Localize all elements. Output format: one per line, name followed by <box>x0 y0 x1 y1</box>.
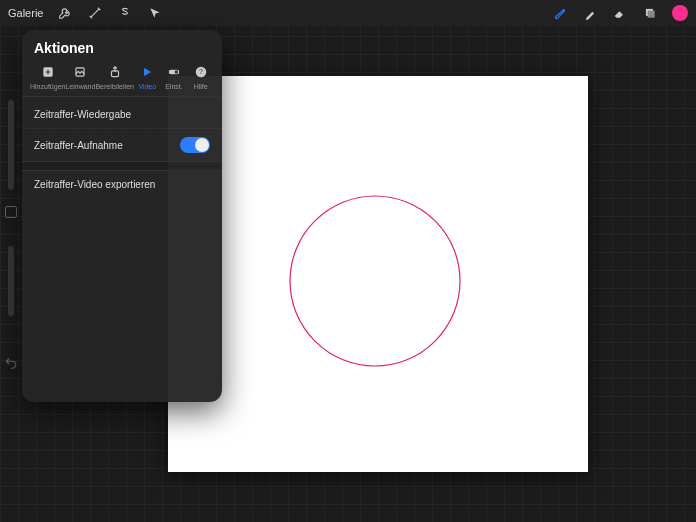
tab-video[interactable]: Video <box>134 64 161 90</box>
canvas[interactable] <box>168 76 588 472</box>
menu-item-label: Zeitraffer-Video exportieren <box>34 179 155 190</box>
wand-icon[interactable] <box>87 5 103 21</box>
s-tool-icon[interactable] <box>117 5 133 21</box>
tab-help[interactable]: ? Hilfe <box>187 64 214 90</box>
svg-rect-1 <box>648 11 655 18</box>
modifier-square[interactable] <box>5 206 17 218</box>
play-icon <box>139 64 155 80</box>
tab-share[interactable]: Bereitstellen <box>95 64 134 90</box>
tab-label: Hilfe <box>194 83 208 90</box>
tab-label: Video <box>138 83 156 90</box>
menu-timelapse-record[interactable]: Zeitraffer-Aufnahme <box>22 128 222 161</box>
top-toolbar: Galerie <box>0 0 696 26</box>
color-swatch[interactable] <box>672 5 688 21</box>
add-icon <box>40 64 56 80</box>
menu-export-video[interactable]: Zeitraffer-Video exportieren <box>22 171 222 198</box>
menu-item-label: Zeitraffer-Aufnahme <box>34 140 123 151</box>
gallery-link[interactable]: Galerie <box>8 7 43 19</box>
menu-divider <box>22 161 222 171</box>
menu-item-label: Zeitraffer-Wiedergabe <box>34 109 131 120</box>
layers-icon[interactable] <box>642 5 658 21</box>
settings-toggle-icon <box>166 64 182 80</box>
tab-add[interactable]: Hinzufügen <box>30 64 65 90</box>
smudge-icon[interactable] <box>582 5 598 21</box>
menu-timelapse-replay[interactable]: Zeitraffer-Wiedergabe <box>22 101 222 128</box>
record-toggle[interactable] <box>180 137 210 153</box>
eraser-icon[interactable] <box>612 5 628 21</box>
wrench-icon[interactable] <box>57 5 73 21</box>
tab-label: Hinzufügen <box>30 83 65 90</box>
video-menu: Zeitraffer-Wiedergabe Zeitraffer-Aufnahm… <box>22 97 222 202</box>
svg-point-7 <box>175 70 179 74</box>
svg-text:?: ? <box>199 68 203 75</box>
canvas-icon <box>72 64 88 80</box>
tab-label: Leinwand <box>65 83 95 90</box>
tab-settings[interactable]: Einst. <box>161 64 188 90</box>
actions-tab-row: Hinzufügen Leinwand Bereitstellen Video … <box>22 64 222 97</box>
share-icon <box>107 64 123 80</box>
tab-canvas[interactable]: Leinwand <box>65 64 95 90</box>
popover-title: Aktionen <box>22 30 222 64</box>
opacity-slider[interactable] <box>8 246 14 316</box>
help-icon: ? <box>193 64 209 80</box>
brush-icon[interactable] <box>552 5 568 21</box>
drawn-circle <box>286 192 464 370</box>
brush-size-slider[interactable] <box>8 100 14 190</box>
tab-label: Einst. <box>165 83 183 90</box>
actions-popover: Aktionen Hinzufügen Leinwand Bereitstell… <box>22 30 222 402</box>
cursor-icon[interactable] <box>147 5 163 21</box>
left-sidebar <box>0 90 22 316</box>
tab-label: Bereitstellen <box>95 83 134 90</box>
undo-icon[interactable] <box>4 356 20 372</box>
svg-point-2 <box>290 196 460 366</box>
